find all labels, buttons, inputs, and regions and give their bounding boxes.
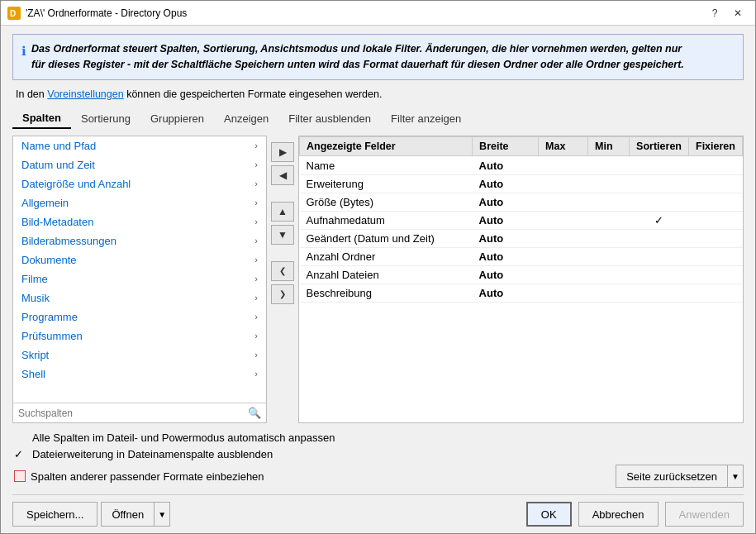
breite-value: Auto bbox=[473, 247, 539, 265]
field-name: Geändert (Datum und Zeit) bbox=[300, 229, 473, 247]
field-name: Name bbox=[300, 155, 473, 174]
col-max: Max bbox=[539, 136, 588, 155]
svg-text:D: D bbox=[10, 9, 16, 18]
tab-filter-ausblenden[interactable]: Filter ausblenden bbox=[278, 108, 381, 129]
breite-value: Auto bbox=[473, 211, 539, 229]
info-banner: ℹ Das Ordnerformat steuert Spalten, Sort… bbox=[12, 34, 744, 80]
info-text: Das Ordnerformat steuert Spalten, Sortie… bbox=[31, 41, 684, 73]
table-row[interactable]: Größe (Bytes) Auto bbox=[300, 193, 743, 211]
help-button[interactable]: ? bbox=[704, 4, 725, 22]
list-item-datum-zeit[interactable]: Datum und Zeit › bbox=[13, 155, 266, 174]
chevron-icon: › bbox=[254, 369, 258, 379]
list-item-allgemein[interactable]: Allgemein › bbox=[13, 193, 266, 212]
field-name: Größe (Bytes) bbox=[300, 193, 473, 211]
tab-anzeigen[interactable]: Anzeigen bbox=[214, 108, 278, 129]
breite-value: Auto bbox=[473, 284, 539, 302]
bottom-right-buttons: OK Abbrechen Anwenden bbox=[526, 502, 744, 527]
chevron-icon: › bbox=[254, 255, 258, 265]
main-content: ℹ Das Ordnerformat steuert Spalten, Sort… bbox=[1, 26, 755, 533]
min-value bbox=[588, 155, 630, 174]
chevron-icon: › bbox=[254, 141, 258, 150]
window: D 'ZA\' Ordnerformate - Directory Opus ?… bbox=[0, 0, 756, 534]
table-row[interactable]: Aufnahmedatum Auto ✓ bbox=[300, 211, 743, 229]
save-button[interactable]: Speichern... bbox=[12, 502, 97, 527]
list-item-musik[interactable]: Musik › bbox=[13, 288, 266, 308]
add-field-button[interactable]: ▶ bbox=[271, 142, 294, 162]
field-name: Beschreibung bbox=[300, 284, 473, 302]
chevron-icon: › bbox=[254, 236, 258, 246]
auto-resize-label: Alle Spalten im Dateil- und Powermodus a… bbox=[32, 431, 335, 444]
reset-dropdown-button[interactable]: ▼ bbox=[727, 465, 744, 488]
include-formats-checkbox[interactable] bbox=[14, 470, 26, 482]
list-item-name-pfad[interactable]: Name und Pfad › bbox=[13, 136, 266, 155]
info-line1: Das Ordnerformat steuert Spalten, Sortie… bbox=[31, 43, 682, 55]
search-box: 🔍 bbox=[13, 403, 266, 422]
table-row[interactable]: Anzahl Dateien Auto bbox=[300, 265, 743, 284]
field-name: Anzahl Dateien bbox=[300, 265, 473, 284]
chevron-icon: › bbox=[254, 274, 258, 284]
move-down-button[interactable]: ▼ bbox=[271, 225, 294, 245]
bottom-options: Alle Spalten im Dateil- und Powermodus a… bbox=[12, 431, 744, 488]
table-row[interactable]: Beschreibung Auto bbox=[300, 284, 743, 302]
apply-button[interactable]: Anwenden bbox=[665, 502, 744, 527]
main-area: Name und Pfad › Datum und Zeit › Dateigr… bbox=[12, 136, 744, 424]
option-include-formats: Spalten anderer passender Formate einbez… bbox=[14, 470, 264, 483]
chevron-icon: › bbox=[254, 312, 258, 322]
list-item-bilderabmessungen[interactable]: Bilderabmessungen › bbox=[13, 231, 266, 250]
include-formats-label: Spalten anderer passender Formate einbez… bbox=[31, 470, 264, 483]
collapse-button[interactable]: ❮ bbox=[271, 261, 294, 281]
list-item-pruefsummen[interactable]: Prüfsummen › bbox=[13, 327, 266, 346]
tab-filter-anzeigen[interactable]: Filter anzeigen bbox=[381, 108, 471, 129]
right-panel: Angezeigte Felder Breite Max Min Sortier… bbox=[298, 136, 744, 424]
list-item-shell[interactable]: Shell › bbox=[13, 365, 266, 384]
list-item-dokumente[interactable]: Dokumente › bbox=[13, 250, 266, 269]
option-auto-resize: Alle Spalten im Dateil- und Powermodus a… bbox=[14, 431, 744, 444]
list-item-programme[interactable]: Programme › bbox=[13, 308, 266, 327]
close-button[interactable]: ✕ bbox=[727, 4, 749, 22]
tab-spalten[interactable]: Spalten bbox=[12, 108, 71, 129]
hide-ext-checkmark: ✓ bbox=[14, 448, 27, 460]
tab-sortierung[interactable]: Sortierung bbox=[71, 108, 140, 129]
tab-bar: Spalten Sortierung Gruppieren Anzeigen F… bbox=[12, 108, 744, 129]
cancel-button[interactable]: Abbrechen bbox=[578, 502, 659, 527]
sortieren-check: ✓ bbox=[630, 211, 689, 229]
open-dropdown-button[interactable]: ▼ bbox=[154, 502, 170, 527]
search-input[interactable] bbox=[18, 408, 248, 419]
list-item-bild-metadaten[interactable]: Bild-Metadaten › bbox=[13, 212, 266, 231]
col-sortieren: Sortieren bbox=[630, 136, 689, 155]
table-row[interactable]: Erweiterung Auto bbox=[300, 174, 743, 193]
auto-resize-checkmark bbox=[14, 431, 27, 444]
col-angezeigte-felder: Angezeigte Felder bbox=[300, 136, 473, 155]
prefs-prefix: In den bbox=[16, 88, 47, 100]
tab-gruppieren[interactable]: Gruppieren bbox=[140, 108, 214, 129]
table-row[interactable]: Geändert (Datum und Zeit) Auto bbox=[300, 229, 743, 247]
info-line2: für dieses Register - mit der Schaltfläc… bbox=[31, 59, 684, 70]
search-icon: 🔍 bbox=[248, 407, 261, 419]
col-breite: Breite bbox=[473, 136, 539, 155]
field-name: Anzahl Ordner bbox=[300, 247, 473, 265]
list-item-skript[interactable]: Skript › bbox=[13, 346, 266, 365]
breite-value: Auto bbox=[473, 193, 539, 211]
open-button[interactable]: Öffnen bbox=[101, 502, 154, 527]
list-item-dateigroesse[interactable]: Dateigröße und Anzahl › bbox=[13, 174, 266, 193]
breite-value: Auto bbox=[473, 174, 539, 193]
expand-button[interactable]: ❯ bbox=[271, 284, 294, 304]
chevron-icon: › bbox=[254, 350, 258, 360]
table-row[interactable]: Name Auto bbox=[300, 155, 743, 174]
list-item-filme[interactable]: Filme › bbox=[13, 269, 266, 288]
title-bar-left: D 'ZA\' Ordnerformate - Directory Opus bbox=[7, 7, 187, 20]
ok-button[interactable]: OK bbox=[526, 502, 572, 527]
chevron-icon: › bbox=[254, 331, 258, 341]
move-up-button[interactable]: ▲ bbox=[271, 202, 294, 222]
bottom-bar: Speichern... Öffnen ▼ OK Abbrechen Anwen… bbox=[12, 494, 744, 527]
prefs-link[interactable]: Voreinstellungen bbox=[47, 88, 123, 100]
left-panel: Name und Pfad › Datum und Zeit › Dateigr… bbox=[12, 136, 267, 424]
remove-field-button[interactable]: ◀ bbox=[271, 165, 294, 185]
max-value bbox=[539, 155, 588, 174]
reset-button-split: Seite zurücksetzen ▼ bbox=[616, 465, 744, 488]
breite-value: Auto bbox=[473, 229, 539, 247]
table-row[interactable]: Anzahl Ordner Auto bbox=[300, 247, 743, 265]
sortieren-value bbox=[630, 155, 689, 174]
reset-button[interactable]: Seite zurücksetzen bbox=[616, 465, 727, 488]
prefs-line: In den Voreinstellungen können die gespe… bbox=[12, 88, 744, 100]
